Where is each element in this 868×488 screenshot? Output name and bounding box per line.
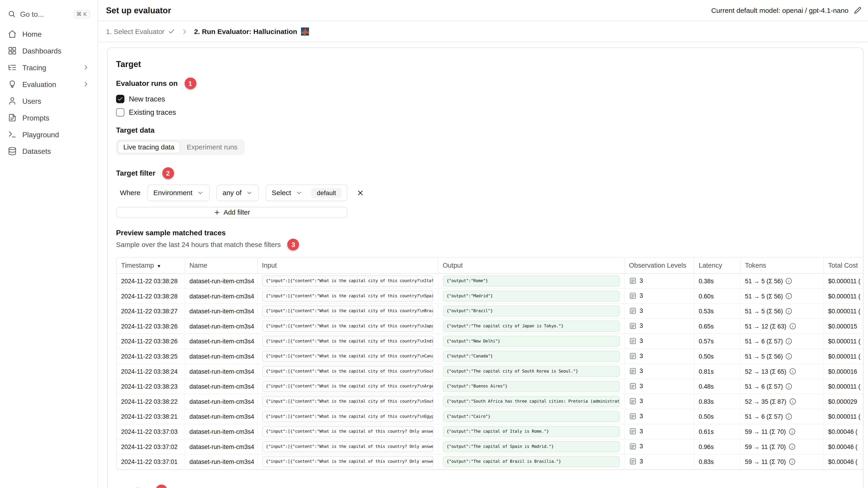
table-row[interactable]: 2024-11-22 03:38:26dataset-run-item-cm3s…	[117, 334, 863, 349]
table-row[interactable]: 2024-11-22 03:38:27dataset-run-item-cm3s…	[117, 304, 863, 319]
input-preview[interactable]: {"input":[{"content":"What is the capita…	[262, 426, 433, 437]
cell-tokens: 59 → 11 (Σ 70)	[740, 439, 824, 454]
cell-name: dataset-run-item-cm3s4	[185, 304, 257, 319]
input-preview[interactable]: {"input":[{"content":"What is the capita…	[262, 335, 433, 347]
column-header-output[interactable]: Output	[438, 258, 624, 273]
home-icon	[8, 30, 17, 39]
output-preview[interactable]: {"output":"The capital of Spain is Madri…	[443, 441, 620, 452]
output-preview[interactable]: {"output":"Rome"}	[443, 275, 620, 287]
filter-row: Where Environment any of Select default	[116, 185, 855, 201]
output-preview[interactable]: {"output":"Canada"}	[443, 351, 620, 362]
column-header-latency[interactable]: Latency	[694, 258, 740, 273]
input-preview[interactable]: {"input":[{"content":"What is the capita…	[262, 456, 433, 467]
info-icon	[789, 398, 796, 405]
tab-live-tracing-data[interactable]: Live tracing data	[118, 141, 180, 153]
output-preview[interactable]: {"output":"Buenos Aires"}	[443, 381, 620, 392]
output-preview[interactable]: {"output":"The capital city of Japan is …	[443, 321, 620, 332]
edit-model-button[interactable]	[853, 5, 862, 15]
main-area: Set up evaluator Current default model: …	[98, 0, 868, 488]
cell-output: {"output":"Brazil"}	[438, 304, 624, 319]
remove-filter-button[interactable]	[355, 188, 366, 198]
table-row[interactable]: 2024-11-22 03:38:28dataset-run-item-cm3s…	[117, 289, 863, 304]
output-preview[interactable]: {"output":"Madrid"}	[443, 291, 620, 302]
input-preview[interactable]: {"input":[{"content":"What is the capita…	[262, 291, 433, 302]
goto-search-shortcut: ⌘ K	[73, 10, 90, 18]
table-row[interactable]: 2024-11-22 03:37:03dataset-run-item-cm3s…	[117, 424, 863, 439]
input-preview[interactable]: {"input":[{"content":"What is the capita…	[262, 305, 433, 317]
input-preview[interactable]: {"input":[{"content":"What is the capita…	[262, 275, 433, 287]
levels-icon	[629, 367, 636, 375]
cell-input: {"input":[{"content":"What is the capita…	[257, 394, 438, 409]
table-row[interactable]: 2024-11-22 03:38:23dataset-run-item-cm3s…	[117, 379, 863, 394]
output-preview[interactable]: {"output":"Brazil"}	[443, 305, 620, 317]
input-preview[interactable]: {"input":[{"content":"What is the capita…	[262, 351, 433, 362]
sidebar-item-playground[interactable]: Playground	[0, 126, 98, 143]
output-preview[interactable]: {"output":"Cairo"}	[443, 411, 620, 422]
cell-timestamp: 2024-11-22 03:38:24	[117, 364, 185, 379]
page-title: Set up evaluator	[106, 5, 171, 15]
sidebar-item-dashboards[interactable]: Dashboards	[0, 42, 98, 59]
column-header-name[interactable]: Name	[185, 258, 257, 273]
checkbox-label: Existing traces	[129, 108, 176, 117]
add-filter-button[interactable]: Add filter	[116, 207, 347, 218]
filter-operator-select[interactable]: any of	[217, 185, 259, 201]
cell-total-cost: $0.000011 (	[824, 273, 863, 289]
cell-observation-levels: 3	[624, 319, 694, 334]
column-header-timestamp[interactable]: Timestamp▼	[117, 258, 185, 273]
default-model-label: Current default model: openai / gpt-4.1-…	[711, 6, 848, 14]
cell-timestamp: 2024-11-22 03:38:26	[117, 334, 185, 349]
grid-icon	[8, 46, 17, 55]
sidebar-item-datasets[interactable]: Datasets	[0, 143, 98, 160]
table-row[interactable]: 2024-11-22 03:38:21dataset-run-item-cm3s…	[117, 409, 863, 424]
table-row[interactable]: 2024-11-22 03:38:22dataset-run-item-cm3s…	[117, 394, 863, 409]
info-icon	[789, 323, 796, 330]
cell-input: {"input":[{"content":"What is the capita…	[257, 379, 438, 394]
output-preview[interactable]: {"output":"South Africa has three capita…	[443, 396, 620, 407]
sidebar-item-users[interactable]: Users	[0, 93, 98, 109]
input-preview[interactable]: {"input":[{"content":"What is the capita…	[262, 381, 433, 392]
goto-search[interactable]: Go to... ⌘ K	[5, 7, 92, 21]
cell-name: dataset-run-item-cm3s4	[185, 394, 257, 409]
checkbox-existing-traces[interactable]: Existing traces	[116, 108, 855, 117]
column-header-total-cost[interactable]: Total Cost	[824, 258, 863, 273]
sampling-label-row: Sampling 4	[116, 485, 855, 488]
cell-tokens: 51 → 6 (Σ 57)	[740, 334, 824, 349]
filter-column-select[interactable]: Environment	[147, 185, 210, 201]
sidebar-item-home[interactable]: Home	[0, 26, 98, 42]
sidebar-item-label: Tracing	[22, 63, 46, 72]
table-row[interactable]: 2024-11-22 03:38:24dataset-run-item-cm3s…	[117, 364, 863, 379]
input-preview[interactable]: {"input":[{"content":"What is the capita…	[262, 321, 433, 332]
table-row[interactable]: 2024-11-22 03:38:28dataset-run-item-cm3s…	[117, 273, 863, 289]
table-row[interactable]: 2024-11-22 03:37:01dataset-run-item-cm3s…	[117, 454, 863, 469]
table-row[interactable]: 2024-11-22 03:37:02dataset-run-item-cm3s…	[117, 439, 863, 454]
cell-timestamp: 2024-11-22 03:38:23	[117, 379, 185, 394]
input-preview[interactable]: {"input":[{"content":"What is the capita…	[262, 396, 433, 407]
checkbox-box	[116, 108, 124, 117]
input-preview[interactable]: {"input":[{"content":"What is the capita…	[262, 366, 433, 377]
sidebar-item-evaluation[interactable]: Evaluation	[0, 76, 98, 93]
cell-output: {"output":"Canada"}	[438, 349, 624, 364]
input-preview[interactable]: {"input":[{"content":"What is the capita…	[262, 411, 433, 422]
filter-value-select[interactable]: Select default	[266, 185, 348, 201]
column-header-observation-levels[interactable]: Observation Levels	[624, 258, 694, 273]
sidebar-item-prompts[interactable]: Prompts	[0, 109, 98, 126]
output-preview[interactable]: {"output":"New Delhi"}	[443, 335, 620, 347]
info-icon	[786, 413, 793, 420]
table-row[interactable]: 2024-11-22 03:38:26dataset-run-item-cm3s…	[117, 319, 863, 334]
cell-output: {"output":"The capital of Italy is Rome.…	[438, 424, 624, 439]
input-preview[interactable]: {"input":[{"content":"What is the capita…	[262, 441, 433, 452]
cell-total-cost: $0.000015	[824, 319, 863, 334]
column-header-input[interactable]: Input	[257, 258, 438, 273]
cell-latency: 0.65s	[694, 319, 740, 334]
tab-experiment-runs[interactable]: Experiment runs	[181, 141, 243, 153]
output-preview[interactable]: {"output":"The capital city of South Kor…	[443, 366, 620, 377]
column-header-tokens[interactable]: Tokens	[740, 258, 824, 273]
output-preview[interactable]: {"output":"The capital of Italy is Rome.…	[443, 426, 620, 437]
cell-total-cost: $0.000011 (	[824, 304, 863, 319]
output-preview[interactable]: {"output":"The capital of Brazil is Bras…	[443, 456, 620, 467]
sidebar-item-label: Dashboards	[22, 46, 61, 55]
table-row[interactable]: 2024-11-22 03:38:25dataset-run-item-cm3s…	[117, 349, 863, 364]
checkbox-new-traces[interactable]: New traces	[116, 95, 855, 103]
sidebar-item-tracing[interactable]: Tracing	[0, 59, 98, 76]
step-select-evaluator[interactable]: 1. Select Evaluator	[106, 28, 175, 35]
